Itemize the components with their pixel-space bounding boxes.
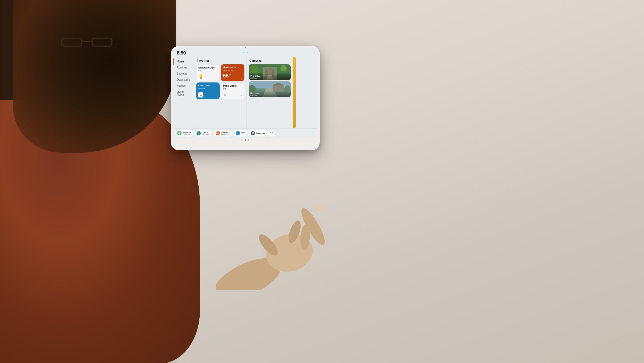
live-status-pill[interactable]: ● Live 2	[234, 130, 247, 136]
live-icon: ●	[236, 131, 240, 135]
grid-menu-button[interactable]	[268, 130, 275, 136]
tile-thermostat[interactable]: Thermostat... Heat to 70° 68° ⋮	[221, 64, 244, 81]
top-bar: 8:50	[173, 48, 318, 57]
camera-driveway-name: Driveway	[250, 92, 289, 94]
camera-front-door-time: 8:48 AM	[250, 77, 289, 79]
partial-panel-strip	[293, 57, 296, 128]
favorites-grid: Driveway Light Off 💡 ⋮ Thermostat... Hea…	[196, 64, 244, 99]
svg-point-18	[280, 65, 287, 71]
security-icon	[177, 131, 182, 135]
tile-driveway-light-status: Off	[198, 70, 218, 72]
cameras-title: Cameras	[249, 59, 291, 62]
dot-1	[241, 139, 243, 141]
favorites-panel: Favorites Driveway Light Off 💡 ⋮	[194, 57, 247, 128]
live-text: Live 2	[241, 131, 245, 135]
cameras-status-icon	[251, 131, 255, 135]
cameras-pill[interactable]: Cameras	[249, 130, 267, 136]
sidebar: Home Routines Bedroom Downstairs Kitchen	[173, 57, 194, 128]
dot-2	[245, 139, 246, 141]
svg-point-17	[251, 66, 259, 73]
tile-patio-menu[interactable]: ⋮	[240, 95, 243, 98]
smart-display-device: 8:50 Home Routines	[171, 46, 320, 150]
tile-front-door-status: Locked	[198, 87, 218, 90]
patio-door-icon: ⊞	[223, 93, 227, 97]
security-text: Security Disarmed	[183, 131, 191, 135]
locks-status-pill[interactable]: 🔒 Locks All Locked	[194, 130, 212, 136]
tile-patio-lights-status: Off	[223, 88, 242, 90]
favorites-title: Favorites	[196, 59, 244, 62]
sidebar-item-routines[interactable]: Routines	[173, 65, 194, 71]
camera-card-front-door[interactable]: Front Door 8:48 AM	[249, 64, 291, 80]
bottom-status-bar: Security Disarmed 🔒 Locks All Locked	[173, 128, 318, 138]
security-status-pill[interactable]: Security Disarmed	[175, 130, 193, 136]
sidebar-item-living-room[interactable]: Living Room	[173, 89, 194, 98]
lock-icon: 🔒	[198, 92, 203, 97]
tile-thermostat-name: Thermostat...	[223, 66, 243, 69]
camera-front-door-name: Front Door	[250, 75, 289, 77]
tile-thermostat-value: 68°	[223, 73, 243, 79]
device-screen: 8:50 Home Routines	[173, 48, 318, 138]
tile-patio-lights[interactable]: Patio Lights Off ⊞ ⋮	[221, 82, 244, 99]
sidebar-item-downstairs[interactable]: Downstairs	[173, 77, 194, 83]
cameras-panel: Cameras	[247, 57, 293, 128]
cameras-pill-label: Cameras	[256, 132, 265, 134]
svg-rect-1	[92, 38, 112, 46]
tile-front-door-menu[interactable]: ⋮	[216, 95, 218, 98]
climate-status-pill[interactable]: 68° Climate Heat to 70°	[214, 130, 232, 136]
svg-rect-32	[272, 132, 273, 133]
locks-text: Locks All Locked	[202, 131, 210, 135]
svg-rect-0	[62, 38, 82, 46]
sidebar-item-bedroom[interactable]: Bedroom	[173, 71, 194, 77]
tile-patio-lights-name: Patio Lights	[223, 85, 242, 87]
sidebar-item-kitchen[interactable]: Kitchen	[173, 83, 194, 89]
tile-front-door-name: Front Door	[198, 84, 218, 87]
svg-rect-34	[272, 134, 273, 134]
camera-driveway-overlay: Driveway 8:49 AM	[249, 91, 291, 97]
camera-driveway-time: 8:49 AM	[250, 94, 289, 96]
camera-card-driveway[interactable]: Driveway 8:49 AM	[249, 81, 291, 97]
tile-driveway-menu[interactable]: ⋮	[215, 77, 218, 80]
light-bulb-icon: 💡	[198, 74, 204, 79]
climate-text: Climate Heat to 70°	[221, 131, 230, 135]
camera-front-door-overlay: Front Door 8:48 AM	[249, 74, 291, 80]
sidebar-item-home[interactable]: Home	[173, 58, 194, 65]
lock-status-icon: 🔒	[197, 131, 201, 135]
svg-rect-33	[270, 134, 271, 134]
clock: 8:50	[177, 50, 186, 56]
svg-rect-31	[270, 132, 271, 133]
tile-thermostat-menu[interactable]: ⋮	[240, 77, 243, 80]
dot-3	[248, 139, 249, 141]
tile-thermostat-status: Heat to 70°	[223, 69, 243, 72]
pagination-dots	[173, 138, 318, 142]
tile-front-door[interactable]: Front Door Locked 🔒 ⋮	[196, 82, 220, 99]
tile-driveway-light-name: Driveway Light	[198, 66, 218, 69]
climate-icon: 68°	[216, 131, 220, 135]
alexa-indicator	[242, 50, 249, 52]
tile-driveway-light[interactable]: Driveway Light Off 💡 ⋮	[196, 64, 220, 81]
svg-point-25	[285, 85, 290, 91]
